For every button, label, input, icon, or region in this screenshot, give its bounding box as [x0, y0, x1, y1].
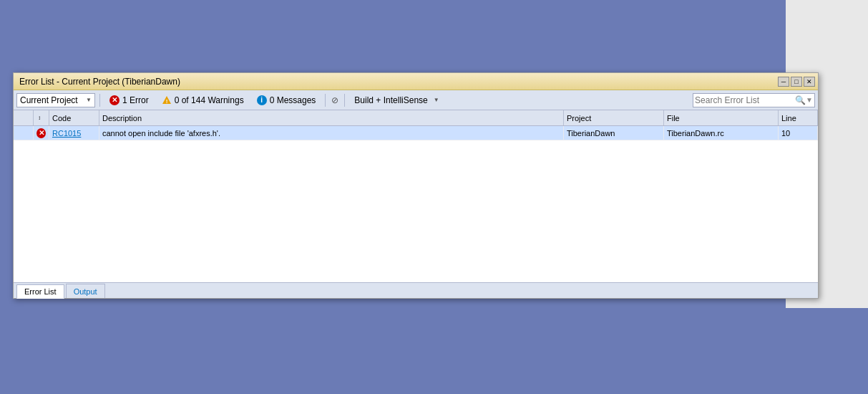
- cell-description: cannot open include file 'afxres.h'.: [99, 126, 564, 140]
- col-header-project[interactable]: Project: [564, 110, 664, 125]
- cell-file: TiberianDawn.rc: [664, 126, 779, 140]
- messages-count-label: 0 Messages: [270, 95, 316, 105]
- col-header-line[interactable]: Line: [779, 110, 818, 125]
- separator-3: [344, 94, 345, 107]
- error-table: ✕ RC1015 cannot open include file 'afxre…: [14, 126, 818, 282]
- desktop: Error List - Current Project (TiberianDa…: [0, 0, 868, 394]
- cell-num: ✕: [34, 126, 49, 140]
- title-bar-controls: ─ □ ✕: [778, 77, 815, 87]
- search-box: 🔍 ▼: [693, 93, 815, 107]
- error-list-window: Error List - Current Project (TiberianDa…: [13, 72, 819, 299]
- title-bar: Error List - Current Project (TiberianDa…: [14, 73, 818, 90]
- build-filter-label: Build + IntelliSense: [354, 95, 427, 105]
- dropdown-arrow-icon: ▼: [86, 97, 92, 103]
- warnings-filter-button[interactable]: ! 0 of 144 Warnings: [157, 92, 249, 108]
- build-dropdown-arrow-icon: ▼: [434, 97, 439, 103]
- toolbar: Current Project ▼ ✕ 1 Error ! 0 of 144 W…: [14, 90, 818, 110]
- tab-output[interactable]: Output: [66, 284, 105, 298]
- bottom-tabs: Error List Output: [14, 282, 818, 298]
- col-header-code[interactable]: Code: [49, 110, 99, 125]
- separator-2: [325, 94, 326, 107]
- error-count-label: 1 Error: [122, 95, 149, 105]
- cell-project: TiberianDawn: [564, 126, 664, 140]
- cell-code: RC1015: [49, 126, 99, 140]
- project-filter-dropdown[interactable]: Current Project ▼: [16, 93, 95, 107]
- col-header-file[interactable]: File: [664, 110, 779, 125]
- minimize-button[interactable]: ─: [778, 77, 789, 87]
- tab-error-list[interactable]: Error List: [16, 284, 64, 299]
- error-code-link[interactable]: RC1015: [52, 129, 81, 138]
- col-header-num[interactable]: ↕: [34, 110, 49, 125]
- error-icon: ✕: [109, 95, 120, 105]
- warning-count-label: 0 of 144 Warnings: [175, 95, 244, 105]
- cell-check: [14, 126, 34, 140]
- separator-1: [99, 94, 100, 107]
- col-header-description[interactable]: Description: [99, 110, 564, 125]
- warning-icon: !: [162, 95, 172, 105]
- search-input[interactable]: [695, 95, 795, 105]
- row-error-icon: ✕: [36, 128, 46, 138]
- col-header-check[interactable]: [14, 110, 34, 125]
- build-filter-dropdown[interactable]: Build + IntelliSense ▼: [349, 92, 444, 108]
- search-button[interactable]: 🔍: [795, 95, 806, 105]
- filter-icon: ⊘: [330, 95, 340, 105]
- project-filter-label: Current Project: [20, 95, 78, 105]
- maximize-button[interactable]: □: [791, 77, 802, 87]
- column-headers: ↕ Code Description Project File Line: [14, 110, 818, 126]
- messages-filter-button[interactable]: i 0 Messages: [252, 92, 321, 108]
- svg-text:!: !: [165, 98, 167, 105]
- errors-filter-button[interactable]: ✕ 1 Error: [104, 92, 154, 108]
- sort-indicator-icon: ↕: [38, 115, 41, 121]
- window-title: Error List - Current Project (TiberianDa…: [19, 77, 180, 87]
- table-row[interactable]: ✕ RC1015 cannot open include file 'afxre…: [14, 126, 818, 140]
- search-dropdown-icon[interactable]: ▼: [806, 96, 813, 104]
- cell-line: 10: [779, 126, 818, 140]
- info-icon: i: [257, 95, 267, 105]
- close-button[interactable]: ✕: [804, 77, 815, 87]
